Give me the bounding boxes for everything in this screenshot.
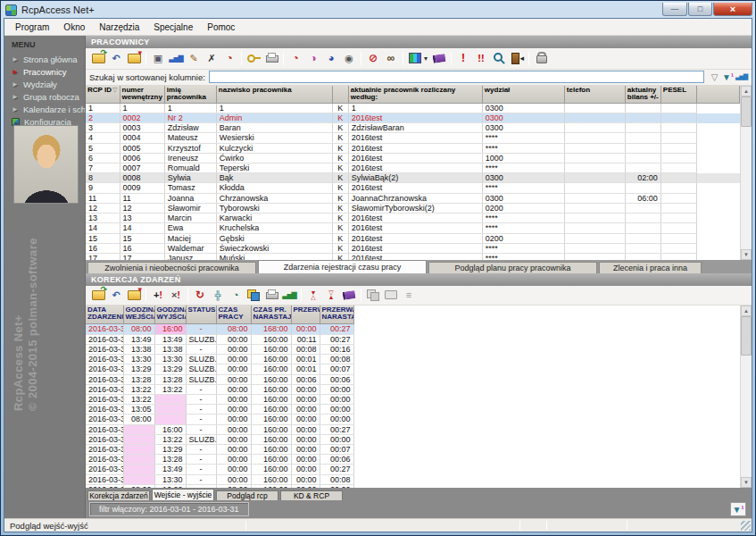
event-row[interactable]: 2016-03-30 13:29 13:29 SLUZB. 00:00 160:… (86, 364, 353, 374)
event-row[interactable]: 2016-03-30 13:22 - 00:00 160:00 00:00 00… (86, 394, 353, 404)
employee-row[interactable]: 1 1 1 1 K 1 0300 (86, 103, 740, 113)
alert-icon[interactable] (454, 50, 472, 66)
col-bilans[interactable]: aktualny bilans +/- (625, 86, 660, 104)
event-row[interactable]: 2016-03-30 13:28 - 00:00 160:00 00:00 00… (86, 455, 353, 465)
delete-event-icon[interactable] (167, 287, 185, 303)
col-nazwisko[interactable]: nazwisko pracownika (216, 86, 332, 104)
print-icon[interactable] (262, 50, 280, 66)
search-plus-icon[interactable] (490, 50, 508, 66)
clock-blocked-icon[interactable] (364, 50, 382, 66)
clock-small-icon[interactable] (227, 287, 245, 303)
event-row[interactable]: 2016-03-30 16:00 - 00:00 160:00 00:00 00… (86, 424, 353, 434)
search-input[interactable] (209, 71, 704, 83)
titlebar[interactable]: RcpAccess Net+ — □ × (1, 1, 755, 18)
sidebar-item[interactable]: ► Grupa robocza (4, 90, 85, 103)
vscroll-thumb[interactable] (741, 316, 752, 356)
employee-row[interactable]: 9 0009 Tomasz Kłodda K 2016test **** (86, 183, 740, 193)
col-pesel[interactable]: PESEL (660, 86, 696, 104)
middle-tab[interactable]: Zwolnienia i nieobecności pracownika (87, 262, 256, 273)
col-telefon[interactable]: telefon (564, 86, 625, 104)
event-row[interactable]: 2016-03-31 08:00 16:00 - 08:00 168:00 00… (86, 324, 353, 334)
event-row[interactable]: 2016-03-30 08:00 - 00:00 160:00 00:00 00… (86, 415, 353, 424)
employee-row[interactable]: 4 0004 Mateusz Wesierski K 2016test **** (86, 133, 740, 143)
employee-row[interactable]: 7 0007 Romuald Teperski K 2016test **** (86, 163, 740, 173)
hourglass-down-icon[interactable] (304, 287, 322, 303)
event-row[interactable]: 2016-03-30 13:28 13:28 SLUZB. 00:00 160:… (86, 374, 353, 384)
event-row[interactable]: 2016-03-30 13:30 13:30 SLUZB. 00:00 160:… (86, 355, 353, 364)
copy-color-icon[interactable] (245, 287, 262, 303)
employee-row[interactable]: 11 11 Joanna Chrzanowska K JoannaChrzano… (86, 193, 740, 203)
event-row[interactable]: 2016-03-30 13:22 13:22 - 00:00 160:00 00… (86, 384, 353, 394)
employees-vscrollbar[interactable]: ▲ ▼ (740, 86, 752, 260)
resize-grip[interactable] (741, 521, 751, 531)
add-event-icon[interactable] (149, 287, 167, 303)
event-row[interactable]: 2016-03-30 13:05 - 00:00 160:00 00:00 00… (86, 405, 353, 415)
refresh-icon[interactable] (191, 287, 209, 303)
scroll-up-icon[interactable]: ▲ (741, 86, 752, 96)
settings-gray-icon[interactable] (400, 287, 418, 303)
vscroll-thumb[interactable] (741, 96, 752, 127)
alert-double-icon[interactable] (472, 50, 490, 66)
scroll-down-icon[interactable]: ▼ (741, 477, 752, 488)
save-report-icon[interactable] (125, 287, 143, 303)
clock-red-icon[interactable] (287, 50, 304, 66)
col-imie[interactable]: imię pracownika (164, 86, 216, 104)
filter-button[interactable] (730, 502, 746, 516)
col-rozliczany[interactable]: aktualnie pracownik rozliczany według: (348, 86, 482, 104)
employee-row[interactable]: 12 12 Sławomir Tyborowski K SławomirTybo… (86, 203, 740, 213)
video-icon[interactable] (149, 50, 167, 66)
clock-pink-icon[interactable] (304, 50, 322, 66)
sidebar-item[interactable]: ► Strona główna (4, 53, 85, 65)
hourglass-up-icon[interactable] (322, 287, 340, 303)
col-data-zdarzenia[interactable]: DATA ZDARZENIA (86, 306, 123, 324)
chart-export-icon[interactable] (280, 287, 298, 303)
bottom-tab[interactable]: Korekcja zdarzeń (87, 490, 150, 500)
col-numer[interactable]: numer wewnętrzny (120, 86, 164, 104)
employee-row[interactable]: 3 0003 Zdzisław Baran K ZdzisławBaran 03… (86, 123, 740, 133)
col-przerwa-narastajaco[interactable]: PRZERWA NARASTAJ. (320, 306, 353, 324)
menu-item[interactable]: Narzędzia (92, 21, 146, 34)
sidebar-item[interactable]: ► Pracownicy (4, 65, 85, 78)
delete-person-icon[interactable] (203, 50, 220, 66)
employee-row[interactable]: 5 0005 Krzysztof Kulczycki K 2016test **… (86, 143, 740, 153)
middle-tab[interactable]: Podgląd planu pracy pracownika (428, 262, 597, 273)
col-czas-pracy[interactable]: CZAS PRACY (216, 306, 251, 324)
copy-gray-icon[interactable] (364, 287, 382, 303)
menu-item[interactable]: Specjalne (146, 21, 200, 34)
col-godz-wejscia[interactable]: GODZINA WEJŚCIA (123, 306, 154, 324)
minimize-button[interactable]: — (662, 3, 687, 16)
save-report-icon[interactable] (125, 50, 143, 66)
funnel-icon[interactable] (708, 69, 721, 85)
bottom-tab[interactable]: Wejście - wyjście (152, 489, 214, 500)
chart-icon[interactable] (167, 50, 185, 66)
event-row[interactable]: 2016-03-30 13:22 SLUZB. 00:00 160:00 00:… (86, 434, 353, 444)
chart-small-icon[interactable] (735, 69, 748, 85)
employee-row[interactable]: 2 0002 Nr 2 Admin K 2016test 0300 (86, 113, 740, 123)
menu-item[interactable]: Program (8, 21, 56, 34)
col-godz-wyjscia[interactable]: GODZINA WYJŚCIA (154, 306, 186, 324)
close-button[interactable]: × (713, 3, 752, 16)
book-icon[interactable] (430, 50, 448, 66)
col-wydzial[interactable]: wydział (482, 86, 564, 104)
employee-row[interactable]: 8 0008 Sylwia Bąk K SylwiaBąk(2) 0300 0 (86, 173, 740, 183)
bottom-tab[interactable]: Podgląd rcp (216, 490, 278, 500)
tree-icon[interactable] (209, 287, 227, 303)
events-vscrollbar[interactable]: ▲ ▼ (740, 306, 752, 488)
edit-icon[interactable] (185, 50, 203, 66)
col-k[interactable] (332, 86, 348, 104)
middle-tab[interactable]: Zdarzenia rejestracji czasu pracy (258, 260, 427, 273)
clock-stop-icon[interactable] (220, 50, 238, 66)
key-icon[interactable] (245, 50, 262, 66)
event-row[interactable]: 2016-03-30 13:30 - 00:00 160:00 00:00 00… (86, 474, 353, 484)
col-czas-narastajaco[interactable]: CZAS PR. NARASTAJ. (251, 306, 291, 324)
sidebar-item[interactable]: ► Wydziały (4, 78, 85, 90)
exit-door-icon[interactable] (508, 50, 526, 66)
print-icon[interactable] (262, 287, 280, 303)
scroll-up-icon[interactable]: ▲ (741, 306, 752, 316)
menu-item[interactable]: Okno (56, 21, 92, 34)
event-row[interactable]: 2016-03-30 13:29 - 00:00 160:00 00:00 00… (86, 444, 353, 454)
employee-row[interactable]: 13 13 Marcin Karwacki K 2016test **** (86, 214, 740, 223)
employee-row[interactable]: 16 16 Waldemar Świeczkowski K 2016test *… (86, 243, 740, 253)
middle-tab[interactable]: Zlecenia i praca inna (599, 262, 702, 273)
clock-blue-icon[interactable] (322, 50, 340, 66)
